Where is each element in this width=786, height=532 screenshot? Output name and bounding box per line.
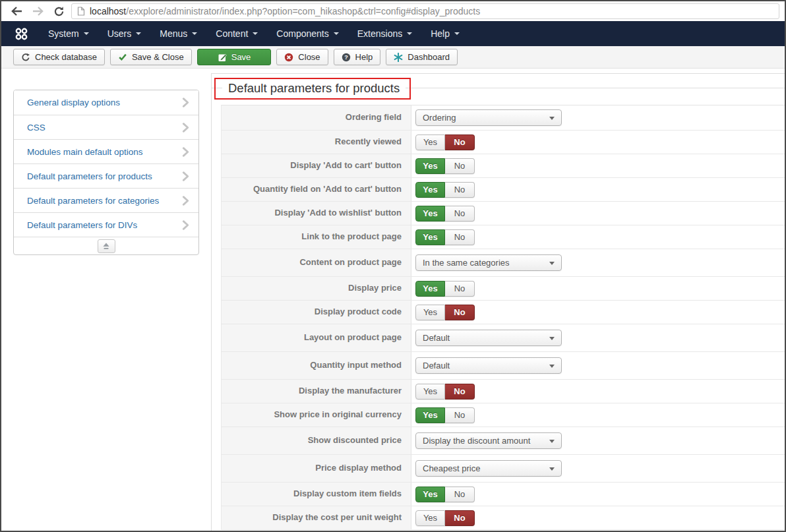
toggle-yes-button[interactable]: Yes (415, 182, 445, 198)
help-button[interactable]: ?Help (334, 49, 381, 65)
setting-row: Show price in original currencyYesNo (222, 403, 785, 427)
toggle-no-button[interactable]: No (445, 206, 475, 222)
toggle-no-button[interactable]: No (445, 384, 475, 399)
price-display-method-select[interactable]: Cheapest price (415, 460, 562, 477)
toolbar-button-label: Save (231, 52, 251, 62)
joomla-logo-icon (15, 27, 28, 41)
toggle-yes-button[interactable]: Yes (415, 206, 445, 222)
setting-label: Layout on product page (222, 324, 411, 351)
sidebar-footer (14, 237, 198, 254)
menubar-item-label: Users (107, 28, 132, 39)
setting-control-cell: In the same categories (411, 249, 785, 276)
toggle-no-button[interactable]: No (445, 305, 475, 320)
sidebar-item-css[interactable]: CSS (14, 115, 198, 139)
sidebar-item-default-parameters-for-divs[interactable]: Default parameters for DIVs (14, 212, 198, 237)
chevron-right-icon (182, 147, 189, 157)
menubar-item-help[interactable]: Help (421, 21, 469, 46)
menubar-item-users[interactable]: Users (98, 21, 151, 46)
sidebar-item-label: Default parameters for DIVs (27, 220, 137, 230)
toggle-yes-button[interactable]: Yes (415, 134, 445, 150)
display-add-to-wishlist-button-toggle: YesNo (415, 206, 475, 222)
scroll-top-button[interactable] (98, 239, 115, 253)
sidebar-item-general-display-options[interactable]: General display options (14, 90, 198, 115)
setting-row: Layout on product pageDefault (222, 324, 785, 352)
setting-row: Price display methodCheapest price (222, 455, 785, 483)
toggle-yes-button[interactable]: Yes (415, 229, 445, 245)
layout-on-product-page-select[interactable]: Default (415, 330, 562, 346)
toggle-yes-button[interactable]: Yes (415, 281, 445, 297)
setting-row: Ordering fieldOrdering (222, 105, 785, 131)
setting-row: Display the manufacturerYesNo (222, 380, 785, 403)
sidebar-item-label: Default parameters for categories (27, 196, 159, 206)
check-icon (118, 53, 127, 61)
menubar-item-system[interactable]: System (39, 21, 98, 46)
toolbar-button-label: Close (298, 52, 320, 62)
config-sidebar: General display optionsCSSModules main d… (13, 90, 199, 255)
toggle-yes-button[interactable]: Yes (415, 158, 445, 174)
screenshot-frame: localhost/exxplore/administrator/index.p… (0, 0, 786, 532)
url-bar[interactable]: localhost/exxplore/administrator/index.p… (71, 3, 779, 19)
quantity-field-on-add-to-cart-button-toggle: YesNo (415, 182, 475, 198)
recently-viewed-toggle: YesNo (415, 134, 475, 150)
toggle-yes-button[interactable]: Yes (415, 487, 445, 502)
check-database-button[interactable]: Check database (13, 49, 105, 65)
show-discounted-price-select[interactable]: Display the discount amount (415, 432, 562, 449)
quantity-input-method-select[interactable]: Default (415, 357, 562, 374)
setting-row: Link to the product pageYesNo (222, 225, 785, 249)
reload-icon[interactable] (50, 3, 67, 19)
sidebar-item-label: CSS (27, 123, 45, 133)
toggle-no-button[interactable]: No (445, 487, 475, 502)
chevron-down-icon (136, 32, 141, 35)
close-button[interactable]: Close (276, 49, 328, 65)
toggle-no-button[interactable]: No (445, 134, 475, 150)
select-value: In the same categories (423, 258, 510, 268)
menubar-item-menus[interactable]: Menus (150, 21, 206, 46)
menubar-item-label: Menus (160, 28, 187, 39)
close-icon (284, 53, 293, 62)
toggle-no-button[interactable]: No (445, 182, 475, 198)
setting-row: Content on product pageIn the same categ… (222, 249, 785, 277)
chevron-down-icon (549, 365, 555, 368)
setting-control-cell: Default (411, 324, 785, 351)
toggle-no-button[interactable]: No (445, 158, 475, 174)
toggle-no-button[interactable]: No (445, 281, 475, 297)
display-custom-item-fields-toggle: YesNo (415, 487, 475, 502)
ordering-field-select[interactable]: Ordering (415, 109, 562, 126)
menubar-item-label: Help (431, 28, 450, 39)
toolbar: Check databaseSave & CloseSaveClose?Help… (1, 46, 785, 69)
select-value: Default (423, 333, 450, 343)
sidebar-item-modules-main-default-options[interactable]: Modules main default options (14, 139, 198, 163)
chevron-down-icon (454, 32, 460, 35)
back-icon[interactable] (8, 3, 25, 19)
setting-control-cell: YesNo (411, 178, 785, 201)
url-path: /exxplore/administrator/index.php?option… (126, 6, 480, 16)
chevron-right-icon (182, 220, 189, 230)
toggle-yes-button[interactable]: Yes (415, 384, 445, 399)
menubar-item-label: System (48, 28, 79, 39)
chevron-down-icon (549, 262, 555, 265)
menubar-item-components[interactable]: Components (267, 21, 348, 46)
setting-label: Quantity field on 'Add to cart' button (222, 178, 411, 201)
sidebar-item-default-parameters-for-categories[interactable]: Default parameters for categories (14, 188, 198, 212)
toggle-no-button[interactable]: No (445, 229, 475, 245)
toggle-yes-button[interactable]: Yes (415, 510, 445, 526)
menubar-item-content[interactable]: Content (206, 21, 267, 46)
display-add-to-cart-button-toggle: YesNo (415, 158, 475, 174)
toggle-no-button[interactable]: No (445, 407, 475, 423)
menubar-item-extensions[interactable]: Extensions (348, 21, 421, 46)
save-button[interactable]: Save (197, 49, 272, 65)
display-product-code-toggle: YesNo (415, 305, 475, 320)
toggle-yes-button[interactable]: Yes (415, 407, 445, 423)
content-on-product-page-select[interactable]: In the same categories (415, 254, 562, 271)
dashboard-button[interactable]: Dashboard (386, 49, 458, 65)
sidebar-item-default-parameters-for-products[interactable]: Default parameters for products (14, 163, 198, 188)
forward-arrow-icon[interactable] (29, 3, 46, 19)
chevron-down-icon (407, 32, 412, 35)
toggle-yes-button[interactable]: Yes (415, 305, 445, 320)
toggle-no-button[interactable]: No (445, 510, 475, 526)
main-panel: Default parameters for products Ordering… (211, 73, 785, 531)
setting-label: Display custom item fields (222, 483, 411, 506)
save-close-button[interactable]: Save & Close (110, 49, 192, 65)
menubar-items: SystemUsersMenusContentComponentsExtensi… (39, 21, 469, 46)
select-value: Cheapest price (423, 463, 480, 473)
